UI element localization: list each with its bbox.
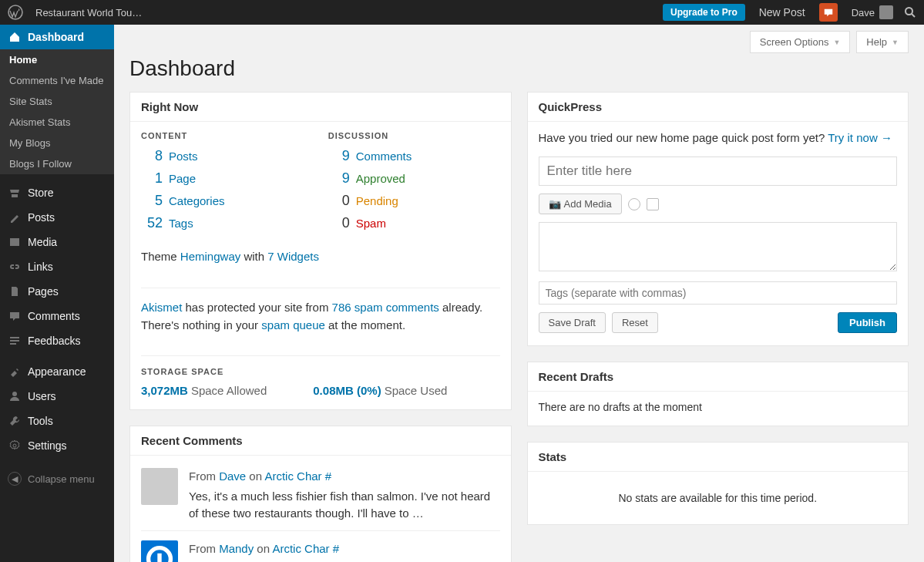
count[interactable]: 1 [141, 170, 163, 187]
page-title: Dashboard [129, 56, 909, 81]
publish-button[interactable]: Publish [838, 312, 897, 333]
comment-post-link[interactable]: Arctic Char # [272, 542, 339, 555]
box-title: Stats [528, 443, 909, 472]
drafts-empty: There are no drafts at the moment [528, 392, 909, 426]
storage-used-link[interactable]: 0.08MB (0%) [313, 384, 381, 397]
comment-row: From Dave on Arctic Char #Yes, it's a mu… [141, 465, 500, 530]
svg-rect-5 [157, 554, 161, 562]
menu-links[interactable]: Links [0, 254, 114, 279]
settings-icon [8, 439, 22, 452]
menu-label: Store [28, 187, 53, 199]
user-name-label: Dave [852, 7, 875, 19]
count[interactable]: 52 [141, 215, 163, 231]
notifications-icon[interactable] [819, 3, 838, 22]
avatar [141, 468, 178, 505]
menu-posts[interactable]: Posts [0, 205, 114, 230]
tags-input[interactable] [539, 281, 898, 305]
menu-label: Posts [28, 211, 55, 224]
menu-comments[interactable]: Comments [0, 304, 114, 328]
spam-queue-link[interactable]: spam queue [261, 318, 325, 331]
search-icon[interactable] [904, 6, 916, 19]
count[interactable]: 0 [328, 193, 350, 209]
svg-point-1 [906, 8, 912, 15]
menu-label: Tools [28, 415, 53, 427]
editor-icon[interactable] [647, 198, 659, 210]
reset-button[interactable]: Reset [612, 312, 658, 333]
feedbacks-icon [8, 335, 22, 347]
media-icon [8, 236, 22, 248]
tools-icon [8, 415, 22, 427]
count-label[interactable]: Comments [356, 150, 412, 163]
menu-media[interactable]: Media [0, 230, 114, 254]
box-title: QuickPress [528, 93, 909, 122]
count[interactable]: 9 [328, 148, 350, 164]
theme-link[interactable]: Hemingway [180, 250, 240, 263]
menu-users[interactable]: Users [0, 384, 114, 409]
screen-options-tab[interactable]: Screen Options▼ [750, 31, 851, 53]
comment-body: Yes, it's a much less fishier fish than … [189, 488, 500, 522]
try-it-now-link[interactable]: Try it now → [828, 131, 892, 144]
count-label[interactable]: Tags [169, 217, 193, 230]
post-content-textarea[interactable] [539, 222, 898, 271]
menu-dashboard[interactable]: Dashboard [0, 25, 114, 49]
menu-feedbacks[interactable]: Feedbacks [0, 328, 114, 353]
chevron-down-icon: ▼ [892, 39, 899, 46]
submenu-item[interactable]: Home [0, 49, 114, 70]
circle-icon[interactable] [628, 198, 640, 210]
comment-author-link[interactable]: Dave [219, 469, 246, 483]
submenu-item[interactable]: My Blogs [0, 133, 114, 153]
storage-allowed-label: Space Allowed [191, 384, 267, 397]
avatar [879, 5, 893, 19]
count-label[interactable]: Posts [169, 150, 198, 163]
count-label[interactable]: Spam [356, 217, 386, 230]
users-icon [8, 390, 22, 402]
menu-tools[interactable]: Tools [0, 409, 114, 433]
add-media-button[interactable]: 📷Add Media [539, 194, 622, 214]
collapse-label: Collapse menu [28, 473, 95, 485]
menu-appearance[interactable]: Appearance [0, 359, 114, 384]
media-icon: 📷 [549, 198, 561, 210]
upgrade-button[interactable]: Upgrade to Pro [663, 4, 745, 21]
menu-pages[interactable]: Pages [0, 279, 114, 304]
widgets-link[interactable]: 7 Widgets [267, 250, 319, 263]
submenu-item[interactable]: Comments I've Made [0, 70, 114, 91]
help-tab[interactable]: Help▼ [856, 31, 909, 53]
comment-author-link[interactable]: Mandy [219, 542, 254, 555]
count[interactable]: 5 [141, 193, 163, 209]
count[interactable]: 8 [141, 148, 163, 164]
discussion-heading: DISCUSSION [328, 131, 500, 140]
pages-icon [8, 285, 22, 298]
menu-label: Links [28, 261, 53, 273]
count-label[interactable]: Approved [356, 172, 405, 185]
save-draft-button[interactable]: Save Draft [539, 312, 606, 333]
collapse-menu[interactable]: ◀ Collapse menu [0, 464, 114, 493]
comment-header: From Dave on Arctic Char # [189, 468, 500, 485]
new-post-link[interactable]: New Post [759, 6, 805, 19]
akismet-link[interactable]: Akismet [141, 301, 182, 314]
post-title-input[interactable] [539, 156, 898, 186]
storage-used-label: Space Used [385, 384, 448, 397]
user-menu[interactable]: Dave [852, 5, 893, 19]
spam-count-link[interactable]: 786 spam comments [332, 301, 439, 314]
right-now-box: Right Now CONTENT 8Posts1Page5Categories… [129, 92, 512, 410]
storage-allowed-link[interactable]: 3,072MB [141, 384, 188, 397]
stats-box: Stats No stats are available for this ti… [527, 442, 909, 525]
count-label[interactable]: Page [169, 172, 196, 185]
box-title: Recent Drafts [528, 362, 909, 392]
menu-label: Appearance [28, 365, 86, 378]
submenu-item[interactable]: Akismet Stats [0, 112, 114, 133]
menu-store[interactable]: Store [0, 180, 114, 205]
submenu-item[interactable]: Blogs I Follow [0, 153, 114, 174]
menu-label: Settings [28, 439, 67, 452]
links-icon [8, 261, 22, 273]
count[interactable]: 0 [328, 215, 350, 231]
count-label[interactable]: Pending [356, 194, 398, 207]
stats-empty: No stats are available for this time per… [528, 472, 909, 524]
wordpress-logo-icon[interactable] [8, 5, 23, 20]
count-label[interactable]: Categories [169, 194, 225, 207]
count[interactable]: 9 [328, 170, 350, 187]
submenu-item[interactable]: Site Stats [0, 91, 114, 112]
site-title[interactable]: Restaurant World Tou… [35, 7, 142, 19]
menu-settings[interactable]: Settings [0, 433, 114, 458]
comment-post-link[interactable]: Arctic Char # [264, 469, 331, 483]
